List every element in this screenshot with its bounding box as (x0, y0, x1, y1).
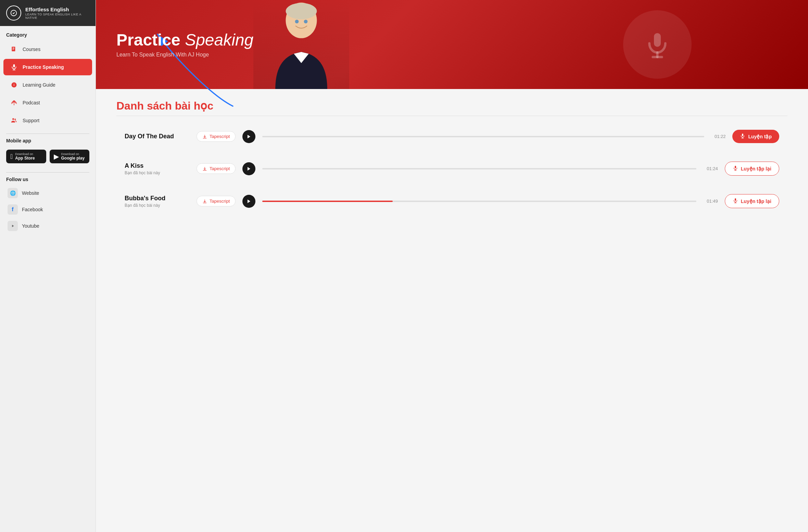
website-icon: 🌐 (8, 188, 18, 198)
follow-youtube[interactable]: Youtube (6, 218, 89, 234)
app-buttons:  Download on App Store ▶ Download on Go… (6, 150, 89, 163)
play-icon-3 (247, 199, 251, 204)
svg-point-13 (14, 119, 16, 120)
play-btn-2[interactable] (242, 162, 255, 175)
hero-title: Practice Speaking (116, 31, 253, 49)
lesson-3-info: Bubba's Food Bạn đã học bài này (125, 195, 190, 208)
app-subtitle: LEARN TO SPEAK ENGLISH LIKE A NATIVE (25, 13, 89, 20)
hero-banner: Practice Speaking Learn To Speak English… (96, 0, 808, 89)
practice-btn-1[interactable]: Luyện tập (732, 130, 779, 143)
svg-rect-25 (742, 134, 743, 136)
app-store-button[interactable]:  Download on App Store (6, 150, 46, 163)
support-icon (10, 116, 18, 125)
hero-mic-background (623, 10, 692, 79)
svg-rect-16 (654, 33, 661, 47)
hero-person-image (253, 0, 349, 89)
progress-bar-3[interactable] (262, 201, 696, 202)
follow-website[interactable]: 🌐 Website (6, 185, 89, 201)
svg-point-22 (304, 20, 308, 23)
hero-content: Practice Speaking Learn To Speak English… (116, 31, 253, 58)
svg-point-20 (286, 3, 317, 20)
google-play-button[interactable]: ▶ Download on Google play (50, 150, 90, 163)
section-heading-area: Danh sách bài học (96, 89, 808, 116)
lesson-1-info: Day Of The Dead (125, 133, 190, 140)
facebook-label: Facebook (22, 207, 43, 212)
lesson-3-subtitle: Bạn đã học bài này (125, 203, 190, 208)
list-divider (116, 116, 787, 116)
learning-guide-icon: i (10, 80, 18, 89)
tapescript-btn-1[interactable]: Tapescript (197, 131, 236, 142)
follow-section: Follow us 🌐 Website f Facebook Youtube (0, 177, 96, 239)
svg-text:i: i (14, 83, 14, 87)
courses-label: Courses (23, 47, 40, 52)
courses-icon (10, 45, 18, 54)
progress-bar-2[interactable] (262, 168, 696, 169)
practice-mic-icon-2 (733, 165, 738, 172)
practice-mic-icon-1 (740, 133, 745, 140)
svg-rect-1 (12, 47, 15, 51)
category-label: Category (0, 26, 96, 40)
lesson-2-info: A Kiss Bạn đã học bài này (125, 162, 190, 175)
support-label: Support (23, 118, 39, 123)
svg-point-12 (12, 118, 14, 120)
logo-icon (6, 5, 21, 21)
svg-rect-3 (13, 49, 14, 49)
svg-rect-4 (13, 49, 14, 50)
facebook-icon: f (8, 204, 18, 215)
download-icon-2 (202, 166, 207, 171)
svg-rect-33 (735, 198, 736, 201)
youtube-label: Youtube (22, 223, 39, 229)
follow-label: Follow us (6, 177, 89, 185)
follow-facebook[interactable]: f Facebook (6, 201, 89, 218)
duration-3: 01:49 (707, 199, 718, 204)
progress-fill-3 (262, 201, 392, 202)
hero-subtitle: Learn To Speak English With AJ Hoge (116, 52, 253, 58)
divider-2 (6, 172, 89, 173)
divider-1 (6, 134, 89, 134)
practice-speaking-label: Practice Speaking (23, 64, 64, 70)
sidebar-item-podcast[interactable]: Podcast (3, 94, 92, 111)
logo-text: Effortless English LEARN TO SPEAK ENGLIS… (25, 7, 89, 20)
lesson-2-title: A Kiss (125, 162, 190, 169)
play-icon-1 (247, 134, 251, 139)
google-play-text: Download on Google play (61, 152, 85, 161)
apple-icon:  (10, 153, 13, 160)
lesson-2-subtitle: Bạn đã học bài này (125, 170, 190, 175)
svg-marker-32 (248, 199, 250, 203)
youtube-icon (8, 221, 18, 231)
sidebar: Effortless English LEARN TO SPEAK ENGLIS… (0, 0, 96, 532)
tapescript-btn-3[interactable]: Tapescript (197, 196, 236, 206)
play-btn-3[interactable] (242, 195, 255, 208)
podcast-label: Podcast (23, 100, 40, 105)
main-content: Practice Speaking Learn To Speak English… (96, 0, 808, 532)
podcast-icon (10, 98, 18, 107)
download-icon-3 (202, 199, 207, 204)
app-store-text: Download on App Store (15, 152, 35, 161)
lesson-card-1: Day Of The Dead Tapescript 01:22 (116, 123, 787, 150)
tapescript-btn-2[interactable]: Tapescript (197, 163, 236, 174)
duration-1: 01:22 (715, 134, 726, 139)
play-btn-1[interactable] (242, 130, 255, 143)
lesson-card-2: A Kiss Bạn đã học bài này Tapescript 01:… (116, 155, 787, 182)
practice-btn-2[interactable]: Luyện tập lại (725, 162, 779, 176)
practice-speaking-icon (10, 63, 18, 72)
website-label: Website (22, 190, 39, 196)
sidebar-item-support[interactable]: Support (3, 112, 92, 129)
practice-btn-3[interactable]: Luyện tập lại (725, 194, 779, 208)
lesson-1-title: Day Of The Dead (125, 133, 190, 140)
svg-rect-5 (13, 64, 15, 67)
sidebar-item-learning-guide[interactable]: i Learning Guide (3, 77, 92, 93)
progress-bar-1[interactable] (262, 136, 704, 137)
lesson-list: Day Of The Dead Tapescript 01:22 (96, 116, 808, 233)
annotation-area: Danh sách bài học (96, 89, 808, 116)
svg-rect-29 (735, 166, 736, 168)
svg-marker-24 (248, 135, 250, 138)
sidebar-item-practice-speaking[interactable]: Practice Speaking (3, 59, 92, 75)
practice-mic-icon-3 (733, 198, 738, 204)
svg-marker-28 (248, 167, 250, 170)
svg-rect-2 (13, 48, 14, 48)
lesson-3-title: Bubba's Food (125, 195, 190, 202)
mobile-app-label: Mobile app (6, 138, 89, 146)
sidebar-item-courses[interactable]: Courses (3, 41, 92, 58)
learning-guide-label: Learning Guide (23, 82, 55, 88)
